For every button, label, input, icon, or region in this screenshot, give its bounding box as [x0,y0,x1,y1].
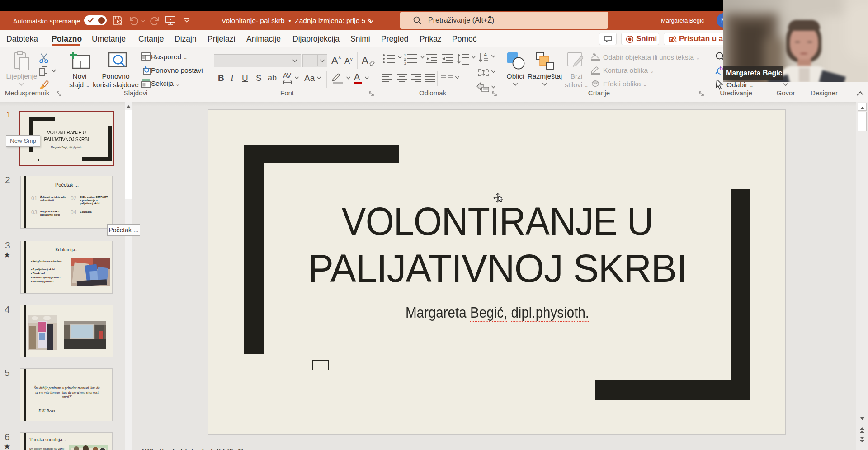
svg-text:A: A [484,52,487,57]
svg-text:b: b [720,66,723,72]
svg-text:3: 3 [404,61,406,65]
svg-text:T: T [670,38,672,42]
